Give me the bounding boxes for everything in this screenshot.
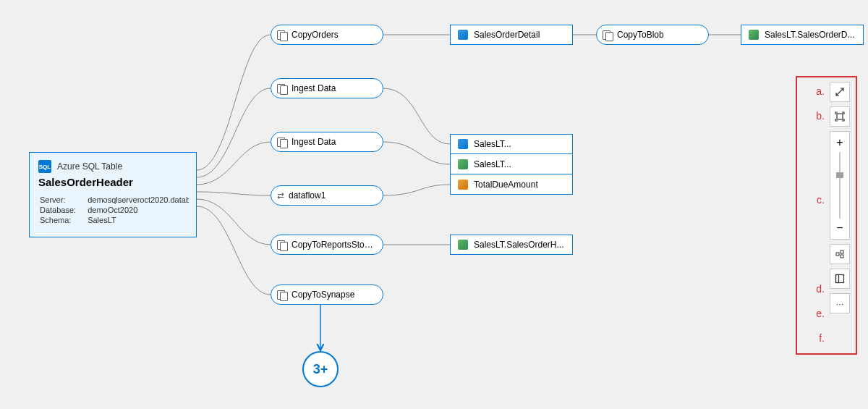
ellipsis-icon: ··· [836,298,844,309]
annotation-f: f. [819,332,825,344]
node-label: CopyToBlob [617,30,699,40]
sql-icon: SQL [38,160,51,173]
prop-label: Server: [40,195,86,204]
dataset-icon [458,159,468,169]
zoom-track[interactable] [839,152,841,219]
prop-label: Schema: [40,216,86,224]
dataset-salesorderh[interactable]: SalesLT.SalesOrderH... [450,235,573,255]
pipeline-icon [277,137,287,147]
more-count-label: 3+ [313,362,328,377]
dataset-stack[interactable]: SalesLT... SalesLT... TotalDueAmount [450,134,573,195]
center-icon [835,249,845,259]
node-label: TotalDueAmount [474,180,538,190]
pipeline-icon [277,30,287,40]
svg-rect-4 [836,275,844,283]
pipeline-icon [277,240,287,250]
zoom-out-button[interactable]: − [836,222,843,235]
source-type-label: Azure SQL Table [57,161,122,172]
activity-copytosynapse[interactable]: CopyToSynapse [271,284,383,305]
pipeline-icon [277,83,287,93]
activity-copytoreports[interactable]: CopyToReportsStora... [271,235,383,255]
dataset-saleslt-1[interactable]: SalesLT... [450,134,573,154]
dataset-saleslt-2[interactable]: SalesLT... [450,154,573,174]
dataset-icon [749,30,759,40]
source-title: SalesOrderHeader [38,176,187,188]
annotation-b: b. [816,110,825,122]
activity-ingest-1[interactable]: Ingest Data [271,78,383,98]
annotation-e: e. [816,308,825,319]
dataset-icon [458,240,468,250]
source-entity-card[interactable]: SQL Azure SQL Table SalesOrderHeader Ser… [29,152,197,237]
annotation-c: c. [817,194,825,206]
pipeline-icon [603,30,613,40]
svg-rect-0 [837,114,843,119]
pipeline-icon [277,290,287,300]
activity-copytoblob[interactable]: CopyToBlob [596,25,709,45]
dataset-icon [458,139,468,149]
zoom-slider[interactable]: + − [830,131,850,240]
canvas-toolbar: + − ··· [830,82,851,313]
node-label: SalesOrderDetail [474,30,540,40]
activity-copyorders[interactable]: CopyOrders [271,25,383,45]
dataflow-icon [277,190,284,201]
minimap-icon [835,274,845,284]
annotation-d: d. [816,283,825,295]
node-label: Ingest Data [292,137,374,147]
prop-value: demoOct2020 [88,206,189,214]
svg-rect-5 [836,275,839,283]
svg-rect-1 [836,253,839,256]
expand-more-button[interactable]: 3+ [302,351,339,387]
fullscreen-button[interactable] [830,82,850,102]
zoom-thumb[interactable] [836,172,843,178]
source-properties: Server: demosqlserveroct2020.database.wi… [38,194,190,226]
node-label: dataflow1 [289,190,374,201]
activity-ingest-2[interactable]: Ingest Data [271,132,383,152]
dataset-salesorderd[interactable]: SalesLT.SalesOrderD... [741,25,864,45]
minimap-button[interactable] [830,269,850,289]
lineage-canvas[interactable]: SQL Azure SQL Table SalesOrderHeader Ser… [0,0,868,409]
node-label: CopyOrders [292,30,374,40]
dataset-icon [458,180,468,190]
zoom-in-button[interactable]: + [836,136,843,149]
fit-to-screen-button[interactable] [830,106,850,127]
dataset-salesorderdetail[interactable]: SalesOrderDetail [450,25,573,45]
node-label: SalesLT.SalesOrderD... [765,30,855,40]
node-label: SalesLT... [474,159,511,169]
dataset-totaldue[interactable]: TotalDueAmount [450,174,573,195]
fullscreen-icon [835,87,845,97]
node-label: Ingest Data [292,83,374,93]
annotation-a: a. [816,85,825,97]
more-options-button[interactable]: ··· [830,293,850,313]
svg-rect-3 [841,255,843,258]
svg-rect-2 [841,250,843,253]
node-label: CopyToSynapse [292,290,374,300]
node-label: SalesLT... [474,139,511,149]
prop-label: Database: [40,206,86,214]
prop-value: demosqlserveroct2020.database.win [88,195,189,204]
fit-icon [835,111,845,122]
prop-value: SalesLT [88,216,189,224]
node-label: CopyToReportsStora... [292,240,374,250]
dataset-icon [458,30,468,40]
node-label: SalesLT.SalesOrderH... [474,240,564,250]
activity-dataflow1[interactable]: dataflow1 [271,185,383,206]
center-button[interactable] [830,244,850,264]
